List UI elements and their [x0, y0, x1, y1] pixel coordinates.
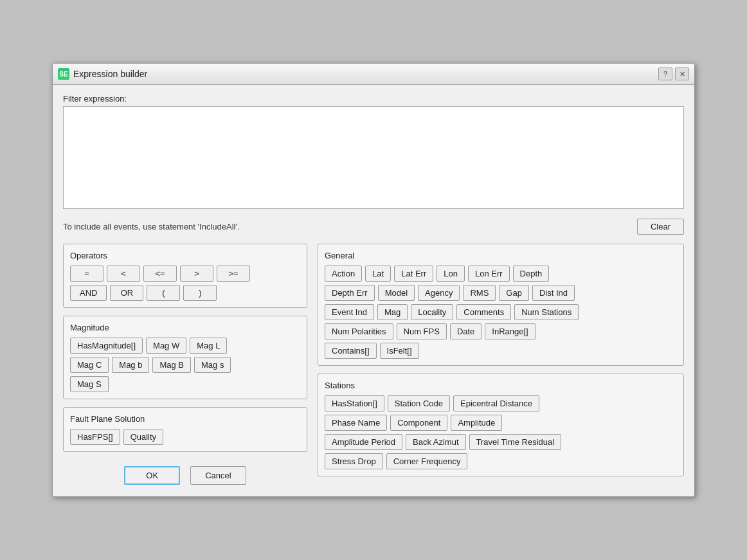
general-row4: Num Polarities Num FPS Date InRange[] [325, 323, 677, 339]
btn-travel-time-residual[interactable]: Travel Time Residual [469, 434, 562, 450]
btn-corner-frequency[interactable]: Corner Frequency [386, 453, 468, 469]
btn-epicentral-distance[interactable]: Epicentral Distance [453, 395, 539, 411]
general-row5: Contains[] IsFelt[] [325, 343, 677, 359]
fault-plane-section: Fault Plane Solution HasFPS[] Quality [63, 407, 307, 452]
btn-lat[interactable]: Lat [365, 266, 391, 282]
app-icon: SE [58, 68, 69, 80]
btn-lat-err[interactable]: Lat Err [394, 266, 433, 282]
hint-text: To include all events, use statement 'In… [63, 222, 240, 231]
op-gt[interactable]: > [180, 266, 213, 282]
operators-title: Operators [70, 251, 300, 260]
filter-footer: To include all events, use statement 'In… [63, 219, 684, 235]
btn-inrange[interactable]: InRange[] [485, 323, 535, 339]
btn-component[interactable]: Component [390, 415, 447, 431]
btn-magw[interactable]: Mag W [146, 338, 186, 354]
operators-row2: AND OR ( ) [70, 285, 300, 301]
stations-section: Stations HasStation[] Station Code Epice… [318, 374, 684, 476]
dialog-body: Filter expression: To include all events… [53, 85, 694, 496]
btn-amplitude-period[interactable]: Amplitude Period [325, 434, 402, 450]
magnitude-title: Magnitude [70, 323, 300, 332]
filter-label: Filter expression: [63, 94, 684, 104]
op-lt[interactable]: < [107, 266, 140, 282]
stations-title: Stations [325, 381, 677, 390]
btn-magc[interactable]: Mag C [70, 357, 109, 373]
operators-section: Operators = < <= > >= AND OR ( ) [63, 244, 307, 308]
general-row2: Depth Err Model Agency RMS Gap Dist Ind [325, 285, 677, 301]
expression-builder-dialog: SE Expression builder ? ✕ Filter express… [52, 63, 695, 497]
title-buttons: ? ✕ [658, 68, 689, 80]
btn-back-azimut[interactable]: Back Azimut [406, 434, 466, 450]
panels: Operators = < <= > >= AND OR ( ) [63, 244, 684, 487]
btn-magb-lower[interactable]: Mag b [112, 357, 149, 373]
close-button[interactable]: ✕ [675, 68, 689, 80]
op-and[interactable]: AND [70, 285, 107, 301]
btn-station-code[interactable]: Station Code [388, 395, 450, 411]
btn-rms[interactable]: RMS [463, 285, 496, 301]
btn-mags-lower[interactable]: Mag s [194, 357, 231, 373]
dialog-footer: OK Cancel [63, 460, 307, 487]
btn-agency[interactable]: Agency [418, 285, 460, 301]
btn-depth[interactable]: Depth [513, 266, 550, 282]
btn-phase-name[interactable]: Phase Name [325, 415, 387, 431]
magnitude-row2: Mag C Mag b Mag B Mag s [70, 357, 300, 373]
btn-event-ind[interactable]: Event Ind [325, 304, 374, 320]
stations-row1: HasStation[] Station Code Epicentral Dis… [325, 395, 677, 411]
btn-contains[interactable]: Contains[] [325, 343, 377, 359]
btn-mag[interactable]: Mag [377, 304, 408, 320]
btn-comments[interactable]: Comments [456, 304, 511, 320]
op-eq[interactable]: = [70, 266, 104, 282]
fault-plane-row1: HasFPS[] Quality [70, 429, 300, 445]
btn-hasmagnitude[interactable]: HasMagnitude[] [70, 338, 143, 354]
op-lparen[interactable]: ( [147, 285, 180, 301]
magnitude-row3: Mag S [70, 376, 300, 392]
title-bar-left: SE Expression builder [58, 68, 147, 80]
stations-row4: Stress Drop Corner Frequency [325, 453, 677, 469]
btn-magb-upper[interactable]: Mag B [152, 357, 191, 373]
right-panel: General Action Lat Lat Err Lon Lon Err D… [318, 244, 684, 487]
cancel-button[interactable]: Cancel [190, 466, 246, 485]
op-rparen[interactable]: ) [183, 285, 217, 301]
btn-locality[interactable]: Locality [411, 304, 453, 320]
fault-plane-title: Fault Plane Solution [70, 414, 300, 424]
filter-expression-input[interactable] [63, 106, 684, 209]
btn-isfelt[interactable]: IsFelt[] [380, 343, 419, 359]
op-or[interactable]: OR [110, 285, 143, 301]
btn-amplitude[interactable]: Amplitude [451, 415, 502, 431]
operators-row1: = < <= > >= [70, 266, 300, 282]
general-row1: Action Lat Lat Err Lon Lon Err Depth [325, 266, 677, 282]
btn-num-polarities[interactable]: Num Polarities [325, 323, 393, 339]
clear-button[interactable]: Clear [637, 219, 684, 235]
filter-section: Filter expression: [63, 94, 684, 211]
help-button[interactable]: ? [658, 68, 672, 80]
btn-num-stations[interactable]: Num Stations [514, 304, 579, 320]
magnitude-section: Magnitude HasMagnitude[] Mag W Mag L Mag… [63, 316, 307, 399]
left-panel: Operators = < <= > >= AND OR ( ) [63, 244, 307, 487]
btn-stress-drop[interactable]: Stress Drop [325, 453, 383, 469]
btn-magl[interactable]: Mag L [190, 338, 227, 354]
general-row3: Event Ind Mag Locality Comments Num Stat… [325, 304, 677, 320]
ok-button[interactable]: OK [124, 466, 180, 485]
btn-hasfps[interactable]: HasFPS[] [70, 429, 120, 445]
op-gte[interactable]: >= [217, 266, 250, 282]
general-title: General [325, 251, 677, 260]
btn-hasstation[interactable]: HasStation[] [325, 395, 384, 411]
btn-model[interactable]: Model [378, 285, 415, 301]
btn-mags-upper[interactable]: Mag S [70, 376, 109, 392]
general-section: General Action Lat Lat Err Lon Lon Err D… [318, 244, 684, 366]
btn-lon-err[interactable]: Lon Err [468, 266, 510, 282]
btn-lon[interactable]: Lon [437, 266, 465, 282]
op-lte[interactable]: <= [143, 266, 177, 282]
btn-dist-ind[interactable]: Dist Ind [532, 285, 575, 301]
btn-num-fps[interactable]: Num FPS [397, 323, 447, 339]
magnitude-row1: HasMagnitude[] Mag W Mag L [70, 338, 300, 354]
stations-row3: Amplitude Period Back Azimut Travel Time… [325, 434, 677, 450]
stations-row2: Phase Name Component Amplitude [325, 415, 677, 431]
btn-gap[interactable]: Gap [499, 285, 529, 301]
title-bar: SE Expression builder ? ✕ [53, 64, 694, 85]
dialog-title: Expression builder [73, 69, 147, 79]
btn-quality[interactable]: Quality [123, 429, 163, 445]
btn-action[interactable]: Action [325, 266, 362, 282]
btn-depth-err[interactable]: Depth Err [325, 285, 375, 301]
btn-date[interactable]: Date [450, 323, 482, 339]
